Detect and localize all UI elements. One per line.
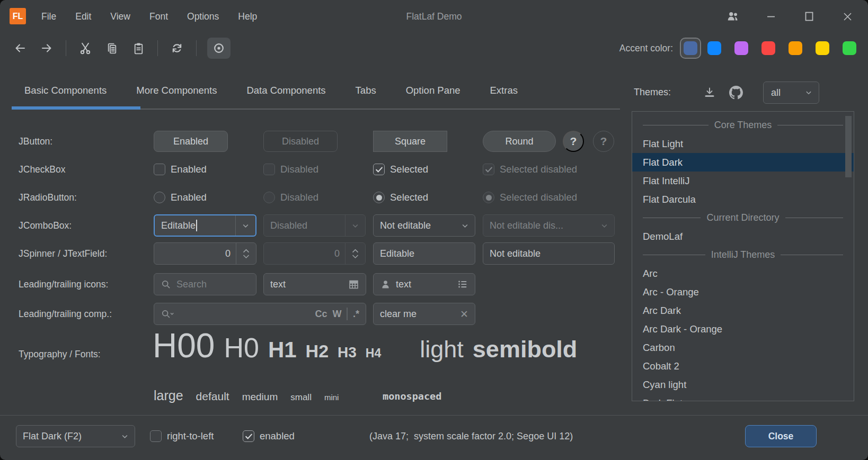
theme-item-flat-light[interactable]: Flat Light xyxy=(632,134,854,153)
theme-item-cyan-light[interactable]: Cyan light xyxy=(632,375,854,394)
textfield-value: text xyxy=(270,279,286,290)
radio-selected[interactable]: Selected xyxy=(373,192,428,203)
paste-icon xyxy=(132,42,145,55)
lookandfeel-value: Flat Dark (F2) xyxy=(23,431,82,442)
theme-item-flat-intellij[interactable]: Flat IntelliJ xyxy=(632,172,854,190)
theme-item-arc-dark-orange[interactable]: Arc Dark - Orange xyxy=(632,320,854,338)
tab-extras[interactable]: Extras xyxy=(490,85,518,96)
forward-button[interactable] xyxy=(38,40,55,57)
menu-view[interactable]: View xyxy=(110,11,130,22)
download-themes-button[interactable] xyxy=(701,84,719,102)
regex-button[interactable]: .* xyxy=(353,309,359,320)
refresh-button[interactable] xyxy=(169,40,185,57)
tab-tabs[interactable]: Tabs xyxy=(356,85,376,96)
combobox-value: Disabled xyxy=(270,220,307,231)
accent-swatch-orange[interactable] xyxy=(789,41,802,55)
combobox-arrow-button[interactable] xyxy=(114,426,135,447)
checkbox-icon[interactable] xyxy=(154,164,165,175)
copy-button[interactable] xyxy=(103,40,120,57)
spinner-1[interactable]: 0 xyxy=(154,242,256,265)
radio-icon[interactable] xyxy=(154,192,165,203)
disabled-button: Disabled xyxy=(263,131,338,152)
theme-item-arc-orange[interactable]: Arc - Orange xyxy=(632,283,854,301)
themes-section-header: IntelliJ Themes xyxy=(632,246,854,264)
theme-item-arc-dark[interactable]: Arc Dark xyxy=(632,301,854,320)
checkbox-label: Enabled xyxy=(171,164,207,175)
theme-item-cobalt-2[interactable]: Cobalt 2 xyxy=(632,357,854,375)
square-button[interactable]: Square xyxy=(373,131,447,152)
enabled-button[interactable]: Enabled xyxy=(154,131,228,152)
search-field[interactable]: Search xyxy=(154,273,256,295)
scrollbar-thumb[interactable] xyxy=(845,116,852,177)
menu-options[interactable]: Options xyxy=(187,11,219,22)
textfield-editable[interactable]: Editable xyxy=(373,242,475,265)
tab-option-pane[interactable]: Option Pane xyxy=(406,85,460,96)
show-hidden-toggle[interactable] xyxy=(207,38,231,59)
toolbar: Accent color: xyxy=(0,34,868,62)
checkbox-enabled[interactable]: Enabled xyxy=(154,164,207,175)
theme-item-flat-dark[interactable]: Flat Dark xyxy=(632,153,854,172)
users-icon[interactable] xyxy=(726,10,740,23)
accent-swatch-purple[interactable] xyxy=(734,41,748,55)
round-button[interactable]: Round xyxy=(483,131,556,152)
paste-button[interactable] xyxy=(130,40,147,57)
search-field-with-options[interactable]: Cc W .* xyxy=(154,303,366,325)
theme-filter-combobox[interactable]: all xyxy=(763,82,819,104)
theme-item-dark-flat[interactable]: Dark Flat xyxy=(632,394,854,401)
accent-swatch-red[interactable] xyxy=(761,41,775,55)
accent-swatch-default[interactable] xyxy=(684,41,697,55)
accent-swatch-yellow[interactable] xyxy=(816,41,829,55)
menu-font[interactable]: Font xyxy=(149,11,168,22)
theme-item-flat-darcula[interactable]: Flat Darcula xyxy=(632,190,854,209)
menu-edit[interactable]: Edit xyxy=(75,11,91,22)
github-button[interactable] xyxy=(727,84,745,102)
combobox-arrow-button xyxy=(345,215,365,236)
typography-headings: H00 H0 H1 H2 H3 H4 light semibold xyxy=(153,326,577,365)
chevron-down-icon xyxy=(120,431,130,441)
close-window-button[interactable] xyxy=(840,10,854,23)
radio-selected-icon[interactable] xyxy=(373,192,385,203)
search-dropdown-icon[interactable] xyxy=(161,309,174,320)
combobox-arrow-button[interactable] xyxy=(455,215,475,236)
themes-section-header: Current Directory xyxy=(632,209,854,227)
checkbox-icon[interactable] xyxy=(150,430,162,442)
text-field-user[interactable]: text xyxy=(373,273,475,295)
checkbox-selected[interactable]: Selected xyxy=(373,164,428,175)
combobox-not-editable[interactable]: Not editable xyxy=(373,214,475,237)
rtl-checkbox[interactable]: right-to-left xyxy=(150,430,214,442)
maximize-button[interactable] xyxy=(802,10,816,23)
tab-basic-components[interactable]: Basic Components xyxy=(24,85,107,96)
list-icon[interactable] xyxy=(457,278,468,290)
table-icon[interactable] xyxy=(348,279,359,290)
lookandfeel-combobox[interactable]: Flat Dark (F2) xyxy=(16,425,135,447)
clear-icon[interactable]: ✕ xyxy=(460,308,468,320)
theme-item-arc[interactable]: Arc xyxy=(632,264,854,283)
text-field-table[interactable]: text xyxy=(263,273,366,295)
theme-item-demolaf[interactable]: DemoLaf xyxy=(632,227,854,246)
tab-data-components[interactable]: Data Components xyxy=(246,85,325,96)
clear-field[interactable]: clear me ✕ xyxy=(373,303,475,325)
tab-more-components[interactable]: More Components xyxy=(136,85,217,96)
radio-enabled[interactable]: Enabled xyxy=(154,192,207,203)
theme-item-carbon[interactable]: Carbon xyxy=(632,338,854,357)
checkbox-checked-icon[interactable] xyxy=(373,164,385,175)
menu-help[interactable]: Help xyxy=(238,11,257,22)
combobox-arrow-button[interactable] xyxy=(235,215,255,236)
help-button[interactable]: ? xyxy=(563,131,584,152)
accent-swatch-green[interactable] xyxy=(843,41,856,55)
combobox-editable[interactable]: Editable xyxy=(154,214,256,237)
cut-button[interactable] xyxy=(77,40,94,57)
whole-words-button[interactable]: W xyxy=(332,309,341,320)
minimize-button[interactable] xyxy=(764,10,778,23)
close-button[interactable]: Close xyxy=(745,425,817,447)
eye-icon xyxy=(212,41,226,55)
spinner-buttons[interactable] xyxy=(236,243,256,264)
menu-file[interactable]: File xyxy=(41,11,56,22)
search-icon xyxy=(161,279,172,290)
enabled-checkbox[interactable]: enabled xyxy=(243,430,295,442)
checkbox-checked-icon[interactable] xyxy=(243,430,254,442)
match-case-button[interactable]: Cc xyxy=(315,309,327,320)
back-button[interactable] xyxy=(12,40,29,57)
accent-swatch-blue[interactable] xyxy=(707,41,721,55)
themes-section-header: Core Themes xyxy=(632,116,854,134)
